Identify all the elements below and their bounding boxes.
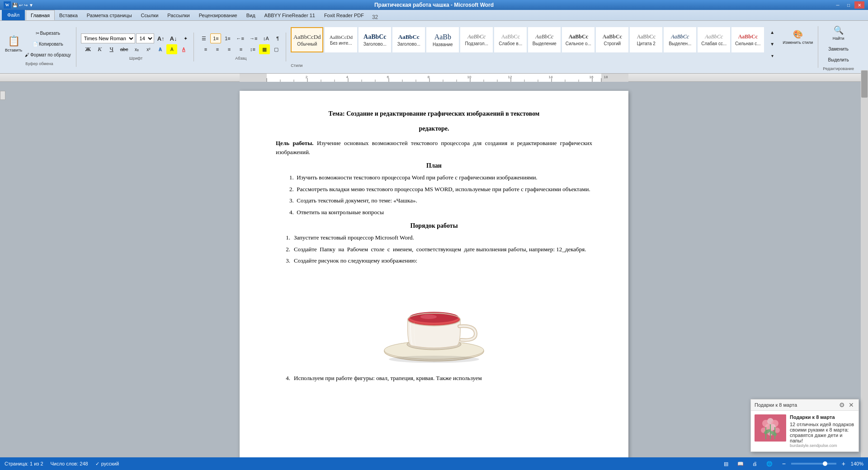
style-weak-cs[interactable]: AaBbCc Слабая сс... [698,27,730,52]
style-strict[interactable]: AaBbCc Строгий [596,27,628,52]
scrollbar-thumb[interactable] [861,70,868,98]
numbering-button[interactable]: 1≡ [210,33,221,43]
view-normal-button[interactable]: ▤ [721,459,731,469]
grow-font-button[interactable]: A↑ [155,33,167,43]
subscript-button[interactable]: x₂ [131,44,142,54]
procedure-text-3: Создайте рисунок по следующему изображен… [294,256,592,265]
zoom-indicator-top: 32 [372,14,378,20]
replace-button[interactable]: Заменить [826,44,851,54]
quick-access-dropdown[interactable]: ▼ [29,3,33,8]
line-spacing-button[interactable]: ↕≡ [247,44,258,54]
align-right-button[interactable]: ≡ [224,44,235,54]
svg-rect-1 [240,74,267,82]
highlight-button[interactable]: А [166,44,177,54]
show-hide-button[interactable]: ¶ [272,33,283,43]
style-title[interactable]: AaBb Название [426,27,459,52]
style-heading2[interactable]: AaBbCc Заголово... [392,27,425,52]
vertical-scrollbar[interactable] [861,70,868,457]
view-reading-button[interactable]: 📖 [735,459,746,469]
tab-view[interactable]: Вид [242,10,260,20]
tab-mailings[interactable]: Рассылки [163,10,194,20]
purpose-bold: Цель работы. [276,140,314,146]
style-strong-cs[interactable]: AaBbCc Сильная с... [731,27,764,52]
font-group: Times New Roman Arial Calibri 14 12 16 1… [78,33,194,61]
style-no-interval[interactable]: AaBbCcDd Без инте... [325,27,357,52]
zoom-thumb [823,461,827,466]
strikethrough-button[interactable]: abc [118,44,131,54]
document-page[interactable]: Тема: Создание и редактирование графичес… [240,91,628,469]
procedure-num-2: 2. [276,245,294,254]
notification-image [755,414,786,442]
bullets-button[interactable]: ☰ [198,33,209,43]
underline-button[interactable]: Ч [106,44,117,54]
style-emphasis[interactable]: AaBbCc Выделение [528,27,561,52]
svg-text:16: 16 [590,75,594,79]
superscript-button[interactable]: x² [143,44,154,54]
font-size-select[interactable]: 14 12 16 18 [136,33,154,43]
zoom-slider[interactable] [791,463,836,465]
tab-review[interactable]: Рецензирование [194,10,242,20]
font-name-select[interactable]: Times New Roman Arial Calibri [81,33,135,43]
document-area: Тема: Создание и редактирование графичес… [0,82,868,469]
spell-icon: ✓ [95,461,99,467]
borders-button[interactable]: ▢ [271,44,282,54]
view-web-button[interactable]: 🌐 [764,459,775,469]
tab-references[interactable]: Ссылки [137,10,163,20]
zoom-percent: 140% [851,461,863,466]
styles-scroll-up[interactable]: ▲ [767,27,778,37]
tab-insert[interactable]: Вставка [55,10,82,20]
notification-title: Подарки к 8 марта [755,402,797,408]
quick-access-save[interactable]: 💾 [12,3,18,8]
format-painter-button[interactable]: 🖌Формат по образцу [23,50,73,60]
style-strong[interactable]: AaBbCc Сильное о... [562,27,594,52]
quick-access-redo[interactable]: ↪ [24,3,28,8]
style-subtle-emphasis[interactable]: AaBbCc Слабое в... [494,27,527,52]
sort-button[interactable]: ↕A [260,33,271,43]
notification-content: Подарки к 8 марта 12 отличных идей подар… [790,414,855,448]
view-print-button[interactable]: 🖨 [750,459,760,469]
multilevel-button[interactable]: 1≡ [222,33,233,43]
styles-expand[interactable]: ▾ [767,51,778,61]
tab-home[interactable]: Главная [26,10,55,20]
quick-access-undo[interactable]: ↩ [19,3,23,8]
align-justify-button[interactable]: ≡ [236,44,246,54]
tab-page-layout[interactable]: Разметка страницы [82,10,137,20]
close-button[interactable]: ✕ [854,1,864,9]
decrease-indent-button[interactable]: ←≡ [234,33,246,43]
maximize-button[interactable]: □ [844,1,854,9]
font-color-button[interactable]: А [178,44,189,54]
align-left-button[interactable]: ≡ [200,44,211,54]
style-selected[interactable]: AaBbCc Выделен... [664,27,696,52]
select-button[interactable]: Выделить [826,55,851,65]
notification-settings-button[interactable]: ⚙ [838,401,846,409]
style-subtitle[interactable]: AaBbCc Подзагол... [460,27,493,52]
minimize-button[interactable]: ─ [833,1,843,9]
window-title: Практическая работа чашка - Microsoft Wo… [374,2,494,8]
clear-format-button[interactable]: ✦ [180,33,191,43]
align-center-button[interactable]: ≡ [212,44,223,54]
zoom-out-button[interactable]: − [778,459,789,469]
tab-abbyy[interactable]: ABBYY FineReader 11 [260,10,320,20]
shading-button[interactable]: ▦ [259,44,270,54]
shrink-font-button[interactable]: A↓ [168,33,179,43]
increase-indent-button[interactable]: →≡ [247,33,259,43]
paste-button[interactable]: 📋 Вставить [5,34,22,54]
style-heading1[interactable]: AaBbCc Заголово... [359,27,391,52]
style-normal[interactable]: AaBbCcDd Обычный [291,27,323,52]
text-effect-button[interactable]: A [155,44,165,54]
ruler-inner: 2 4 6 8 10 12 14 16 18 [240,74,628,81]
zoom-in-button[interactable]: + [838,459,849,469]
italic-button[interactable]: К [94,44,105,54]
tab-file[interactable]: Файл [2,9,25,20]
bold-button[interactable]: Ж [83,44,94,54]
tab-foxit[interactable]: Foxit Reader PDF [320,10,368,20]
style-citation2[interactable]: AaBbCc Цитата 2 [630,27,662,52]
spell-check[interactable]: ✓ русский [95,461,119,467]
cut-button[interactable]: ✂Вырезать [23,28,73,38]
copy-button[interactable]: 📄Копировать [23,39,73,49]
styles-scroll-down[interactable]: ▼ [767,39,778,49]
notification-close-button[interactable]: ✕ [848,401,855,409]
find-button[interactable]: 🔍 Найти [830,23,847,43]
toolbar-row: 📋 Вставить ✂Вырезать 📄Копировать 🖌Формат… [0,21,868,73]
change-styles-button[interactable]: 🎨 Изменить стили [780,27,815,47]
